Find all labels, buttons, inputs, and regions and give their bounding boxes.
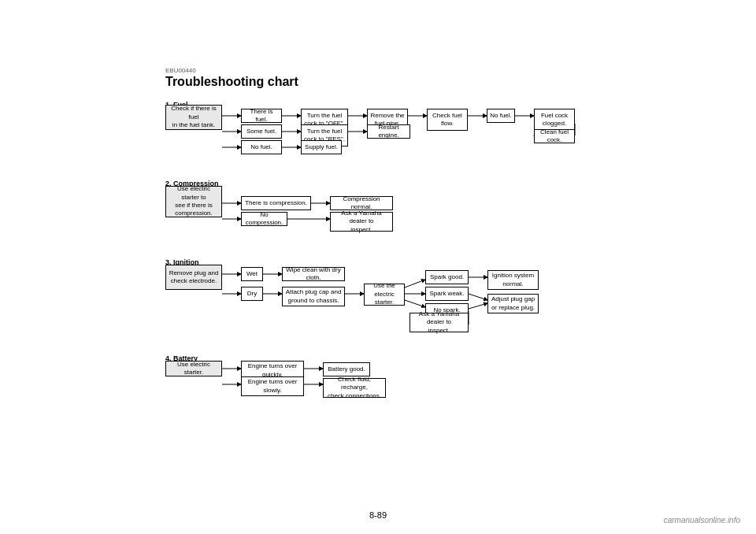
flowchart: 1. Fuel Check if there is fuelin the fue… xyxy=(165,95,701,496)
svg-line-22 xyxy=(405,280,425,287)
page-container: EBU00440 Troubleshooting chart xyxy=(0,0,756,534)
there-is-compression-box: There is compression. xyxy=(241,196,311,210)
adjust-plug-box: Adjust plug gapor replace plug. xyxy=(487,294,539,313)
clean-fuel-cock-box: Clean fuelcock. xyxy=(534,129,575,143)
battery-good-box: Battery good. xyxy=(323,362,370,376)
ask-dealer1-box: Ask a Yamaha dealer toinspect. xyxy=(330,212,393,232)
attach-plug-box: Attach plug cap andground to chassis. xyxy=(282,287,345,306)
check-fluid-box: Check fluid, recharge,check connections. xyxy=(323,378,386,398)
fuel-start-box: Check if there is fuelin the fuel tank. xyxy=(165,105,222,130)
svg-line-26 xyxy=(469,294,487,300)
no-fuel-input-box: No fuel. xyxy=(241,140,282,154)
svg-line-27 xyxy=(469,303,487,309)
page-title: Troubleshooting chart xyxy=(165,75,298,89)
check-flow-box: Check fuelflow. xyxy=(427,109,468,131)
turns-slowly-box: Engine turns overslowly. xyxy=(241,376,304,396)
use-electric-box: Use theelectric starter. xyxy=(364,284,405,306)
spark-weak-box: Spark weak. xyxy=(425,287,469,301)
ignition-start-box: Remove plug andcheck electrode. xyxy=(165,265,222,290)
spark-good-box: Spark good. xyxy=(425,270,469,284)
svg-line-24 xyxy=(405,300,425,307)
doc-code: EBU00440 xyxy=(165,67,196,74)
compression-start-box: Use electric starter tosee if there isco… xyxy=(165,186,222,217)
wet-box: Wet xyxy=(241,267,263,281)
page-number: 8-89 xyxy=(369,510,387,520)
compression-normal-box: Compression normal. xyxy=(330,196,393,210)
dry-box: Dry xyxy=(241,287,263,301)
some-fuel-box: Some fuel. xyxy=(241,124,282,139)
battery-start-box: Use electric starter. xyxy=(165,361,222,376)
supply-fuel-box: Supply fuel. xyxy=(301,140,342,154)
watermark: carmanualsonline.info xyxy=(664,516,740,525)
ask-dealer2-box: Ask a Yamaha dealer toinspect. xyxy=(410,313,469,332)
wipe-clean-box: Wipe clean with dry cloth. xyxy=(282,267,345,281)
no-compression-box: No compression. xyxy=(241,212,287,226)
no-fuel-out-box: No fuel. xyxy=(487,109,515,123)
ignition-normal-box: Ignition systemnormal. xyxy=(487,270,539,290)
there-is-fuel-box: There is fuel. xyxy=(241,109,282,123)
restart-box: Restart engine. xyxy=(367,124,410,139)
